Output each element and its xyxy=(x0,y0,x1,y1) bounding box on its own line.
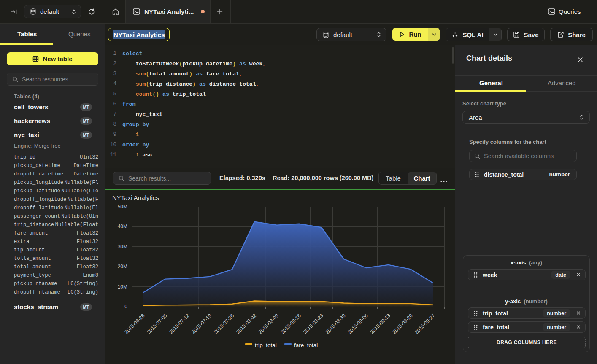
svg-text:2015-08-30: 2015-08-30 xyxy=(324,313,347,335)
svg-text:2015-07-19: 2015-07-19 xyxy=(190,313,213,335)
svg-text:2015-07-05: 2015-07-05 xyxy=(146,313,168,335)
svg-text:2015-08-16: 2015-08-16 xyxy=(280,313,303,335)
svg-text:2015-09-13: 2015-09-13 xyxy=(369,313,392,335)
svg-text:2015-06-28: 2015-06-28 xyxy=(123,313,146,335)
svg-text:40M: 40M xyxy=(118,224,127,229)
svg-text:2015-09-06: 2015-09-06 xyxy=(347,313,370,335)
svg-text:2015-09-20: 2015-09-20 xyxy=(391,313,414,335)
svg-text:20M: 20M xyxy=(118,264,127,270)
svg-text:2015-09-27: 2015-09-27 xyxy=(413,313,436,335)
svg-text:2015-08-02: 2015-08-02 xyxy=(235,313,258,335)
svg-text:30M: 30M xyxy=(118,244,127,250)
svg-text:50M: 50M xyxy=(118,204,127,210)
svg-text:trip_total: trip_total xyxy=(255,342,277,348)
svg-text:2015-08-09: 2015-08-09 xyxy=(257,313,280,335)
svg-text:0: 0 xyxy=(124,304,127,310)
svg-text:2015-08-23: 2015-08-23 xyxy=(302,313,325,335)
svg-text:fare_total: fare_total xyxy=(294,342,318,348)
svg-text:10M: 10M xyxy=(118,284,127,290)
svg-text:2015-07-12: 2015-07-12 xyxy=(168,313,191,335)
svg-text:NYTaxi Analytics: NYTaxi Analytics xyxy=(112,194,159,201)
svg-text:2015-07-26: 2015-07-26 xyxy=(213,313,235,335)
